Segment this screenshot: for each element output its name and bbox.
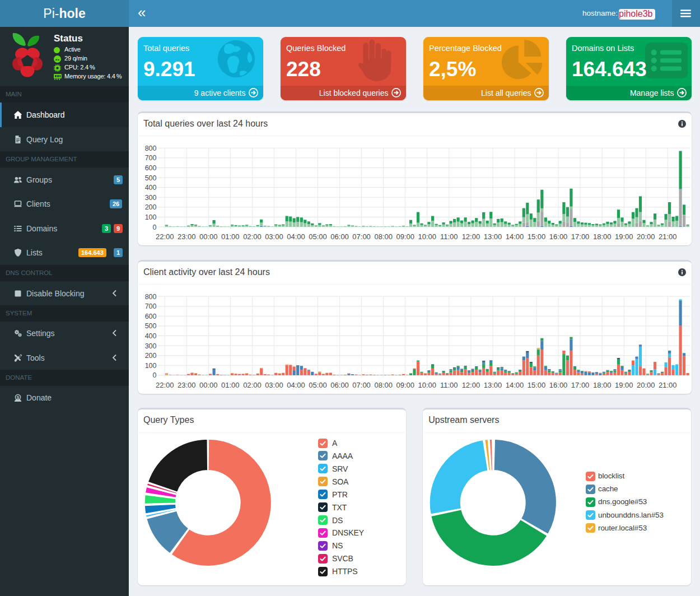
svg-text:05:00: 05:00	[309, 232, 327, 241]
svg-text:20:00: 20:00	[637, 232, 655, 241]
svg-text:700: 700	[144, 302, 156, 310]
svg-text:16:00: 16:00	[549, 232, 567, 241]
svg-text:06:00: 06:00	[330, 232, 349, 241]
svg-text:08:00: 08:00	[374, 232, 393, 241]
svg-text:14:00: 14:00	[505, 232, 524, 241]
svg-text:07:00: 07:00	[352, 232, 371, 241]
svg-text:04:00: 04:00	[287, 380, 305, 389]
svg-text:800: 800	[144, 145, 156, 152]
svg-text:$: $	[17, 395, 20, 400]
svg-text:400: 400	[144, 184, 156, 192]
svg-text:07:00: 07:00	[352, 380, 371, 389]
svg-text:23:00: 23:00	[178, 380, 196, 389]
svg-text:12:00: 12:00	[461, 380, 480, 389]
svg-text:08:00: 08:00	[374, 380, 393, 389]
svg-text:15:00: 15:00	[527, 380, 545, 389]
svg-text:19:00: 19:00	[615, 380, 633, 389]
svg-text:300: 300	[144, 194, 156, 202]
svg-text:20:00: 20:00	[637, 380, 655, 389]
svg-text:0: 0	[152, 371, 156, 379]
svg-text:13:00: 13:00	[483, 380, 502, 389]
svg-text:300: 300	[144, 342, 156, 350]
svg-text:21:00: 21:00	[659, 232, 677, 241]
svg-text:11:00: 11:00	[440, 380, 458, 389]
svg-text:100: 100	[144, 361, 156, 369]
svg-text:06:00: 06:00	[330, 380, 349, 389]
svg-text:11:00: 11:00	[440, 232, 458, 241]
svg-text:00:00: 00:00	[199, 232, 218, 241]
svg-text:03:00: 03:00	[265, 380, 283, 389]
svg-text:00:00: 00:00	[199, 380, 218, 389]
svg-text:200: 200	[144, 352, 156, 360]
svg-text:700: 700	[144, 154, 156, 162]
svg-text:400: 400	[144, 332, 156, 340]
svg-text:600: 600	[144, 164, 156, 172]
svg-text:02:00: 02:00	[243, 232, 262, 241]
svg-text:100: 100	[144, 213, 156, 221]
svg-text:500: 500	[144, 322, 156, 330]
svg-text:500: 500	[144, 174, 156, 182]
svg-text:800: 800	[144, 292, 156, 300]
svg-text:22:00: 22:00	[155, 232, 174, 241]
svg-text:19:00: 19:00	[615, 232, 633, 241]
svg-text:09:00: 09:00	[396, 232, 414, 241]
svg-text:09:00: 09:00	[396, 380, 414, 389]
svg-text:05:00: 05:00	[309, 380, 327, 389]
svg-text:17:00: 17:00	[571, 232, 589, 241]
svg-text:600: 600	[144, 312, 156, 320]
svg-text:22:00: 22:00	[155, 380, 174, 389]
svg-text:0: 0	[152, 224, 156, 231]
svg-text:15:00: 15:00	[527, 232, 545, 241]
svg-text:13:00: 13:00	[483, 232, 502, 241]
svg-text:01:00: 01:00	[221, 380, 240, 389]
svg-text:01:00: 01:00	[221, 232, 240, 241]
svg-text:14:00: 14:00	[505, 380, 524, 389]
svg-text:200: 200	[144, 203, 156, 211]
svg-text:02:00: 02:00	[243, 380, 262, 389]
svg-text:18:00: 18:00	[592, 380, 611, 389]
svg-text:10:00: 10:00	[418, 380, 436, 389]
svg-text:10:00: 10:00	[418, 232, 436, 241]
svg-text:23:00: 23:00	[178, 232, 196, 241]
svg-text:18:00: 18:00	[592, 232, 611, 241]
svg-text:17:00: 17:00	[571, 380, 589, 389]
svg-text:12:00: 12:00	[461, 232, 480, 241]
svg-text:21:00: 21:00	[659, 380, 677, 389]
svg-text:03:00: 03:00	[265, 232, 283, 241]
svg-text:16:00: 16:00	[549, 380, 567, 389]
svg-text:04:00: 04:00	[287, 232, 305, 241]
